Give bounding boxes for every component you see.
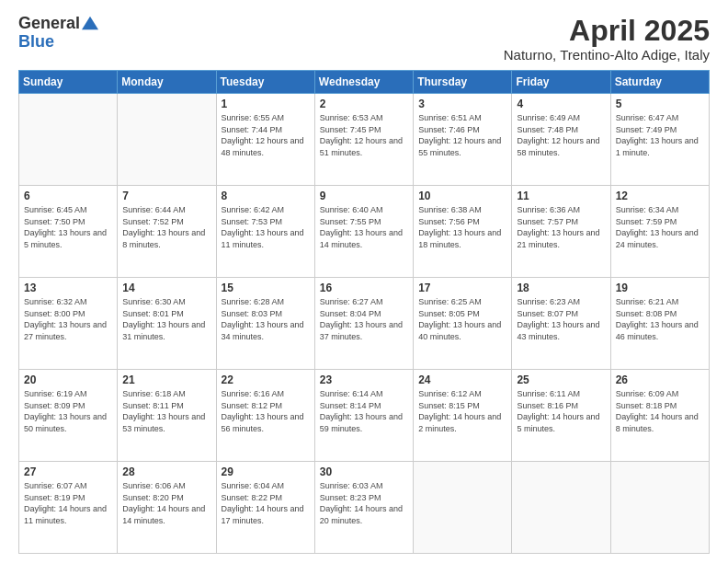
day-info: Sunrise: 6:47 AMSunset: 7:49 PMDaylight:… xyxy=(616,112,704,158)
calendar-header-row: SundayMondayTuesdayWednesdayThursdayFrid… xyxy=(19,71,710,94)
day-info: Sunrise: 6:55 AMSunset: 7:44 PMDaylight:… xyxy=(222,112,310,158)
day-number: 4 xyxy=(517,98,605,110)
calendar-cell: 11Sunrise: 6:36 AMSunset: 7:57 PMDayligh… xyxy=(512,186,610,278)
day-number: 21 xyxy=(122,373,210,386)
calendar-cell: 7Sunrise: 6:44 AMSunset: 7:52 PMDaylight… xyxy=(118,186,216,278)
calendar-week-1: 1Sunrise: 6:55 AMSunset: 7:44 PMDaylight… xyxy=(19,94,710,186)
day-info: Sunrise: 6:44 AMSunset: 7:52 PMDaylight:… xyxy=(122,204,210,250)
day-info: Sunrise: 6:18 AMSunset: 8:11 PMDaylight:… xyxy=(122,388,210,434)
logo: General Blue xyxy=(18,15,98,52)
calendar-week-2: 6Sunrise: 6:45 AMSunset: 7:50 PMDaylight… xyxy=(19,186,710,278)
day-number: 18 xyxy=(517,282,605,294)
calendar-cell: 16Sunrise: 6:27 AMSunset: 8:04 PMDayligh… xyxy=(314,278,413,370)
day-number: 2 xyxy=(320,98,408,110)
day-info: Sunrise: 6:34 AMSunset: 7:59 PMDaylight:… xyxy=(616,204,704,250)
day-number: 16 xyxy=(320,282,408,294)
calendar-cell: 3Sunrise: 6:51 AMSunset: 7:46 PMDaylight… xyxy=(414,94,512,186)
calendar-week-5: 27Sunrise: 6:07 AMSunset: 8:19 PMDayligh… xyxy=(19,462,710,554)
col-header-saturday: Saturday xyxy=(610,71,709,94)
calendar-cell: 18Sunrise: 6:23 AMSunset: 8:07 PMDayligh… xyxy=(512,278,610,370)
day-info: Sunrise: 6:09 AMSunset: 8:18 PMDaylight:… xyxy=(616,388,704,434)
col-header-monday: Monday xyxy=(118,71,216,94)
logo-blue: Blue xyxy=(18,33,98,52)
day-info: Sunrise: 6:04 AMSunset: 8:22 PMDaylight:… xyxy=(222,480,310,526)
calendar-cell: 6Sunrise: 6:45 AMSunset: 7:50 PMDaylight… xyxy=(19,186,118,278)
day-info: Sunrise: 6:14 AMSunset: 8:14 PMDaylight:… xyxy=(320,388,408,434)
day-number: 19 xyxy=(616,282,704,294)
header: General Blue April 2025 Naturno, Trentin… xyxy=(18,15,710,63)
calendar-cell: 14Sunrise: 6:30 AMSunset: 8:01 PMDayligh… xyxy=(118,278,216,370)
svg-marker-0 xyxy=(82,17,98,29)
day-info: Sunrise: 6:51 AMSunset: 7:46 PMDaylight:… xyxy=(418,112,506,158)
day-number: 28 xyxy=(122,465,210,478)
day-number: 12 xyxy=(616,190,704,202)
col-header-tuesday: Tuesday xyxy=(216,71,314,94)
day-info: Sunrise: 6:38 AMSunset: 7:56 PMDaylight:… xyxy=(418,204,506,250)
day-info: Sunrise: 6:40 AMSunset: 7:55 PMDaylight:… xyxy=(320,204,408,250)
calendar-week-3: 13Sunrise: 6:32 AMSunset: 8:00 PMDayligh… xyxy=(19,278,710,370)
day-number: 20 xyxy=(24,373,112,386)
day-info: Sunrise: 6:32 AMSunset: 8:00 PMDaylight:… xyxy=(24,296,112,342)
day-info: Sunrise: 6:28 AMSunset: 8:03 PMDaylight:… xyxy=(222,296,310,342)
day-number: 3 xyxy=(418,98,506,110)
day-number: 17 xyxy=(418,282,506,294)
calendar-cell: 28Sunrise: 6:06 AMSunset: 8:20 PMDayligh… xyxy=(118,462,216,554)
calendar-cell: 23Sunrise: 6:14 AMSunset: 8:14 PMDayligh… xyxy=(314,370,413,462)
calendar-cell xyxy=(512,462,610,554)
calendar-cell: 30Sunrise: 6:03 AMSunset: 8:23 PMDayligh… xyxy=(314,462,413,554)
day-info: Sunrise: 6:27 AMSunset: 8:04 PMDaylight:… xyxy=(320,296,408,342)
title-location: Naturno, Trentino-Alto Adige, Italy xyxy=(504,47,710,63)
calendar-cell: 8Sunrise: 6:42 AMSunset: 7:53 PMDaylight… xyxy=(216,186,314,278)
logo-triangle-icon xyxy=(82,15,98,31)
calendar-cell: 1Sunrise: 6:55 AMSunset: 7:44 PMDaylight… xyxy=(216,94,314,186)
calendar-cell xyxy=(118,94,216,186)
day-info: Sunrise: 6:21 AMSunset: 8:08 PMDaylight:… xyxy=(616,296,704,342)
day-info: Sunrise: 6:25 AMSunset: 8:05 PMDaylight:… xyxy=(418,296,506,342)
day-number: 11 xyxy=(517,190,605,202)
title-block: April 2025 Naturno, Trentino-Alto Adige,… xyxy=(504,15,710,63)
calendar-cell: 22Sunrise: 6:16 AMSunset: 8:12 PMDayligh… xyxy=(216,370,314,462)
day-info: Sunrise: 6:19 AMSunset: 8:09 PMDaylight:… xyxy=(24,388,112,434)
day-number: 24 xyxy=(418,373,506,386)
day-info: Sunrise: 6:11 AMSunset: 8:16 PMDaylight:… xyxy=(517,388,605,434)
day-info: Sunrise: 6:42 AMSunset: 7:53 PMDaylight:… xyxy=(222,204,310,250)
calendar-cell: 17Sunrise: 6:25 AMSunset: 8:05 PMDayligh… xyxy=(414,278,512,370)
calendar-cell: 15Sunrise: 6:28 AMSunset: 8:03 PMDayligh… xyxy=(216,278,314,370)
col-header-thursday: Thursday xyxy=(414,71,512,94)
day-number: 29 xyxy=(222,465,310,478)
day-info: Sunrise: 6:06 AMSunset: 8:20 PMDaylight:… xyxy=(122,480,210,526)
calendar-cell xyxy=(610,462,709,554)
calendar-cell: 27Sunrise: 6:07 AMSunset: 8:19 PMDayligh… xyxy=(19,462,118,554)
calendar-cell: 26Sunrise: 6:09 AMSunset: 8:18 PMDayligh… xyxy=(610,370,709,462)
day-number: 10 xyxy=(418,190,506,202)
calendar-cell: 29Sunrise: 6:04 AMSunset: 8:22 PMDayligh… xyxy=(216,462,314,554)
calendar-cell: 24Sunrise: 6:12 AMSunset: 8:15 PMDayligh… xyxy=(414,370,512,462)
calendar-cell: 12Sunrise: 6:34 AMSunset: 7:59 PMDayligh… xyxy=(610,186,709,278)
day-number: 6 xyxy=(24,190,112,202)
calendar-cell: 21Sunrise: 6:18 AMSunset: 8:11 PMDayligh… xyxy=(118,370,216,462)
day-number: 1 xyxy=(222,98,310,110)
calendar-cell: 19Sunrise: 6:21 AMSunset: 8:08 PMDayligh… xyxy=(610,278,709,370)
day-number: 15 xyxy=(222,282,310,294)
calendar-cell: 5Sunrise: 6:47 AMSunset: 7:49 PMDaylight… xyxy=(610,94,709,186)
day-number: 25 xyxy=(517,373,605,386)
day-number: 26 xyxy=(616,373,704,386)
logo-general: General xyxy=(18,15,80,33)
calendar-table: SundayMondayTuesdayWednesdayThursdayFrid… xyxy=(18,70,710,554)
calendar-cell: 2Sunrise: 6:53 AMSunset: 7:45 PMDaylight… xyxy=(314,94,413,186)
day-number: 30 xyxy=(320,465,408,478)
calendar-cell xyxy=(19,94,118,186)
calendar-cell: 20Sunrise: 6:19 AMSunset: 8:09 PMDayligh… xyxy=(19,370,118,462)
day-number: 27 xyxy=(24,465,112,478)
day-number: 22 xyxy=(222,373,310,386)
col-header-wednesday: Wednesday xyxy=(314,71,413,94)
day-info: Sunrise: 6:23 AMSunset: 8:07 PMDaylight:… xyxy=(517,296,605,342)
day-info: Sunrise: 6:12 AMSunset: 8:15 PMDaylight:… xyxy=(418,388,506,434)
page: General Blue April 2025 Naturno, Trentin… xyxy=(0,0,728,563)
calendar-cell xyxy=(414,462,512,554)
calendar-cell: 4Sunrise: 6:49 AMSunset: 7:48 PMDaylight… xyxy=(512,94,610,186)
day-number: 13 xyxy=(24,282,112,294)
day-info: Sunrise: 6:03 AMSunset: 8:23 PMDaylight:… xyxy=(320,480,408,526)
day-info: Sunrise: 6:45 AMSunset: 7:50 PMDaylight:… xyxy=(24,204,112,250)
day-info: Sunrise: 6:07 AMSunset: 8:19 PMDaylight:… xyxy=(24,480,112,526)
